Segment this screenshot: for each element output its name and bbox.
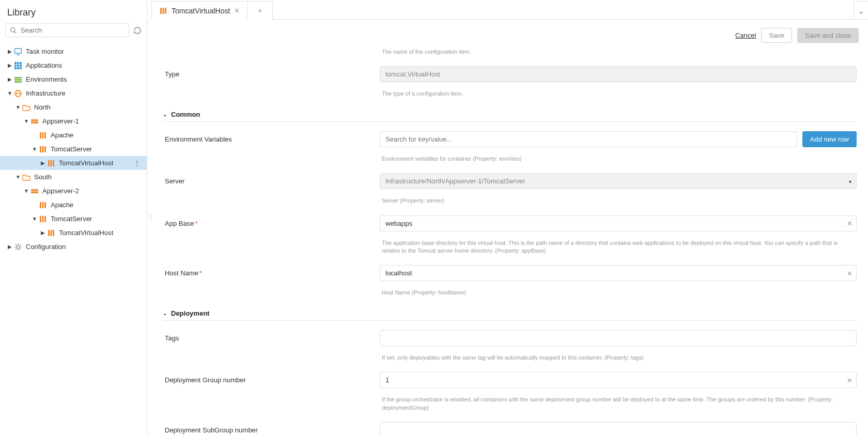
svg-line-46 — [16, 244, 17, 245]
svg-rect-25 — [42, 146, 44, 152]
tabstrip-dropdown[interactable]: ⌄ — [854, 1, 868, 20]
section-common[interactable]: ⌄ Common — [163, 103, 857, 122]
tree-item-ts1[interactable]: ▼TomcatServer⋮ — [0, 142, 147, 156]
type-field — [380, 66, 857, 82]
kebab-icon[interactable]: ⋮ — [131, 159, 143, 167]
server-label: Server — [163, 177, 380, 185]
tree-item-tvh1[interactable]: ▶TomcatVirtualHost⋮ — [0, 156, 147, 170]
chevron-down-icon[interactable]: ▼ — [23, 118, 30, 124]
svg-rect-4 — [14, 62, 17, 64]
server-help: Server (Property: server) — [382, 197, 857, 205]
tree-item-label: TomcatServer — [51, 145, 131, 153]
tree-item-conf[interactable]: ▶Configuration⋮ — [0, 240, 147, 254]
chevron-down-icon[interactable]: ▼ — [23, 188, 30, 194]
tags-label: Tags — [163, 334, 380, 342]
svg-line-47 — [20, 248, 21, 250]
svg-rect-36 — [42, 216, 44, 222]
svg-rect-37 — [44, 216, 46, 222]
svg-line-49 — [20, 244, 21, 245]
chevron-right-icon[interactable]: ▶ — [6, 244, 13, 250]
clear-icon[interactable]: ✕ — [847, 220, 853, 227]
tree-item-ap1[interactable]: Apache⋮ — [0, 128, 147, 142]
tags-field[interactable] — [380, 330, 857, 346]
tree-item-label: North — [34, 103, 131, 111]
tree-item-label: Infrastructure — [26, 89, 131, 97]
dsg-field[interactable] — [380, 422, 857, 435]
nav-tree: ▶Task monitor⋮▶Applications⋮▶Environment… — [0, 42, 147, 259]
chevron-right-icon[interactable]: ▶ — [6, 63, 13, 68]
chevron-right-icon[interactable]: ▶ — [39, 230, 47, 236]
svg-rect-35 — [40, 216, 41, 222]
tree-item-as1[interactable]: ▼Appserver-1⋮ — [0, 114, 147, 128]
tree-item-ap2[interactable]: Apache⋮ — [0, 198, 147, 212]
tab-add[interactable]: ＋ — [247, 1, 273, 20]
bars-icon — [38, 214, 48, 224]
tree-item-label: South — [34, 173, 131, 181]
tree-item-tvh2[interactable]: ▶TomcatVirtualHost⋮ — [0, 226, 147, 240]
splitter-handle[interactable] — [147, 0, 151, 435]
tree-item-label: Task monitor — [26, 48, 131, 55]
tree-item-task[interactable]: ▶Task monitor⋮ — [0, 44, 147, 58]
tree-item-envs[interactable]: ▶Environments⋮ — [0, 72, 147, 86]
save-close-button[interactable]: Save and close — [797, 28, 859, 43]
tree-item-apps[interactable]: ▶Applications⋮ — [0, 58, 147, 72]
clear-icon[interactable]: ✕ — [847, 269, 853, 277]
clear-icon[interactable]: ✕ — [847, 376, 853, 384]
save-button[interactable]: Save — [761, 28, 792, 43]
chevron-down-icon[interactable]: ▼ — [14, 174, 22, 180]
svg-rect-52 — [165, 8, 166, 14]
tree-item-label: Configuration — [26, 243, 131, 251]
section-deployment[interactable]: ⌄ Deployment — [163, 302, 857, 321]
close-icon[interactable]: ✕ — [234, 7, 240, 14]
sidebar-search[interactable] — [5, 23, 129, 37]
hostname-field[interactable] — [380, 265, 857, 281]
tree-item-as2[interactable]: ▼Appserver-2⋮ — [0, 184, 147, 198]
add-row-button[interactable]: Add new row — [802, 131, 857, 147]
refresh-icon[interactable] — [133, 26, 142, 35]
svg-rect-28 — [51, 160, 52, 166]
tree-item-infra[interactable]: ▼Infrastructure⋮ — [0, 86, 147, 100]
action-bar: Cancel Save Save and close — [151, 20, 868, 43]
cancel-button[interactable]: Cancel — [735, 32, 756, 39]
hostname-help: Host Name (Property: hostName) — [382, 289, 857, 297]
tree-item-label: Apache — [51, 201, 131, 209]
apps-icon — [13, 61, 23, 70]
chevron-down-icon[interactable]: ▼ — [6, 90, 13, 96]
svg-rect-12 — [20, 67, 22, 69]
bars-icon — [47, 159, 56, 168]
svg-rect-9 — [20, 65, 22, 67]
svg-rect-7 — [14, 65, 17, 67]
tree-item-ts2[interactable]: ▼TomcatServer⋮ — [0, 212, 147, 226]
chevron-right-icon[interactable]: ▶ — [6, 76, 13, 82]
tree-item-label: Environments — [26, 75, 131, 83]
dg-help: If the group-orchestrator is enabled, al… — [382, 396, 857, 412]
chevron-down-icon[interactable]: ▼ — [31, 216, 38, 222]
sidebar-title: Library — [0, 0, 147, 23]
tree-item-label: TomcatVirtualHost — [59, 159, 131, 167]
chevron-right-icon[interactable]: ▶ — [6, 49, 13, 54]
bars-icon — [159, 7, 167, 15]
server-field[interactable] — [380, 173, 857, 189]
tab-tomcatvirtualhost[interactable]: TomcatVirtualHost ✕ — [151, 1, 247, 20]
svg-rect-27 — [48, 160, 50, 166]
svg-line-48 — [16, 248, 17, 250]
bars-icon — [38, 145, 48, 154]
chevron-down-icon[interactable]: ▼ — [31, 146, 38, 152]
env-label: Environment Variables — [163, 135, 380, 143]
search-input[interactable] — [20, 26, 125, 35]
tree-item-south[interactable]: ▼South⋮ — [0, 170, 147, 184]
svg-rect-32 — [40, 202, 41, 208]
infra-icon — [13, 89, 23, 98]
appbase-field[interactable] — [380, 215, 857, 231]
search-icon — [10, 27, 17, 34]
env-search-input[interactable] — [380, 131, 797, 147]
chevron-right-icon[interactable]: ▶ — [39, 160, 47, 166]
chevron-down-icon[interactable]: ▼ — [14, 104, 22, 110]
svg-rect-30 — [31, 189, 38, 191]
gear-icon — [13, 242, 23, 252]
svg-rect-2 — [15, 49, 22, 53]
svg-rect-38 — [48, 230, 50, 236]
dg-field[interactable] — [380, 372, 857, 388]
tags-help: If set, only deployables with the same t… — [382, 354, 857, 362]
tree-item-north[interactable]: ▼North⋮ — [0, 100, 147, 114]
